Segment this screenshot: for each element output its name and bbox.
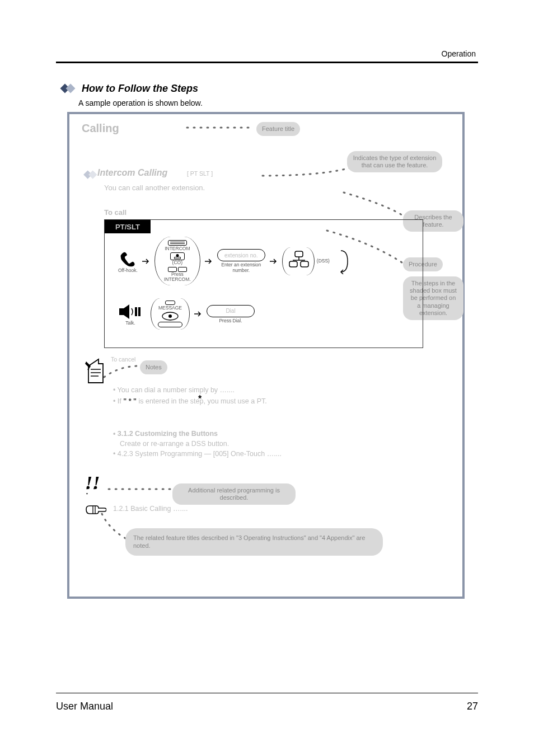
pointing-hand-icon <box>85 503 106 517</box>
arrow-icon <box>193 309 203 319</box>
to-call-label: To call <box>104 208 127 217</box>
header-rule <box>56 62 478 63</box>
example-frame: Calling Feature title Indicates the type… <box>67 112 465 599</box>
note-line2-prefix: • If <box>113 397 123 405</box>
reset-label: Press INTERCOM. <box>161 272 194 283</box>
intro-text: A sample operation is shown below. <box>78 98 203 107</box>
svg-rect-7 <box>135 307 137 316</box>
dial-caption: Press Dial. <box>219 318 242 323</box>
feature-title: Calling <box>82 122 119 135</box>
diamond-bullet-icon <box>84 171 99 180</box>
callout-notes: Notes <box>140 360 167 374</box>
intercom-label: INTERCOM <box>165 246 190 251</box>
section-heading: Intercom Calling <box>97 168 167 178</box>
callout-related: The related feature titles described in … <box>125 528 383 556</box>
jog-dial-icon <box>159 311 181 321</box>
svg-rect-6 <box>119 308 124 315</box>
page-header: Operation <box>56 49 478 63</box>
note-line2: • If " * " is entered in the step, you m… <box>113 397 267 405</box>
opbox-header: PT/SLT <box>105 220 151 233</box>
svg-point-10 <box>168 314 172 318</box>
footer-left: User Manual <box>56 701 113 712</box>
dss-group <box>282 247 315 275</box>
asterisk-icon: * <box>198 394 202 404</box>
msg-label: MESSAGE <box>158 306 182 311</box>
message-group: MESSAGE <box>151 298 190 330</box>
callout-extension-type: Indicates the type of extension that can… <box>347 151 442 172</box>
asterisk-ref: " * " <box>123 397 137 405</box>
svg-rect-1 <box>295 251 303 257</box>
dss-label: (DSS) <box>317 259 330 264</box>
svg-rect-5 <box>301 261 308 267</box>
ext-caption: Enter an extension number. <box>221 262 261 273</box>
ref-line2: Create or re-arrange a DSS button. <box>120 440 229 448</box>
return-arrow-icon <box>333 248 349 274</box>
note-line1: • You can dial a number simply by ….... <box>113 386 235 394</box>
ref-line1: • 3.1.2 Customizing the Buttons <box>113 430 218 438</box>
note-line2-suffix: is entered in the step, you must use a P… <box>138 397 266 405</box>
ref-line3: • 4.2.3 System Programming — [005] One-T… <box>113 450 282 458</box>
callout-programming: Additional related programming is descri… <box>172 483 296 505</box>
dial-pill: Dial <box>207 305 255 317</box>
arrow-icon <box>141 256 151 266</box>
talk-label: Talk. <box>125 321 135 326</box>
dss-icon <box>287 250 310 273</box>
off-hook-icon <box>118 249 137 268</box>
dial-pill: extension no. <box>217 249 265 261</box>
arrow-icon <box>269 256 279 266</box>
co-label: (CO) <box>172 260 182 265</box>
section-desc: You can call another extension. <box>104 184 205 192</box>
ext-type-label: [ PT SLT ] <box>187 170 213 177</box>
important-icon: !!• • • <box>85 472 100 494</box>
section-label: Operation <box>56 49 478 58</box>
to-cancel-label: To cancel <box>111 356 135 363</box>
off-hook-label: Off-hook. <box>118 268 138 273</box>
talk-icon <box>118 303 143 321</box>
arrow-icon <box>204 256 214 266</box>
page-number: 27 <box>467 701 478 712</box>
page-title: How to Follow the Steps <box>82 83 198 95</box>
diamond-bullet-icon <box>60 84 77 94</box>
title-row: How to Follow the Steps <box>60 83 198 95</box>
pencil-icon <box>85 358 107 385</box>
callout-feature-title: Feature title <box>256 122 300 136</box>
page: Operation How to Follow the Steps A samp… <box>0 0 534 756</box>
svg-rect-8 <box>138 307 140 316</box>
footer-rule <box>56 693 478 693</box>
related-line: 1.2.1 Basic Calling ….... <box>113 505 188 513</box>
svg-rect-4 <box>289 261 297 267</box>
operation-box: PT/SLT Off-hook. INTERCOM <box>104 219 423 348</box>
intercom-group: INTERCOM (CO) Press INTERCOM. <box>154 237 200 285</box>
